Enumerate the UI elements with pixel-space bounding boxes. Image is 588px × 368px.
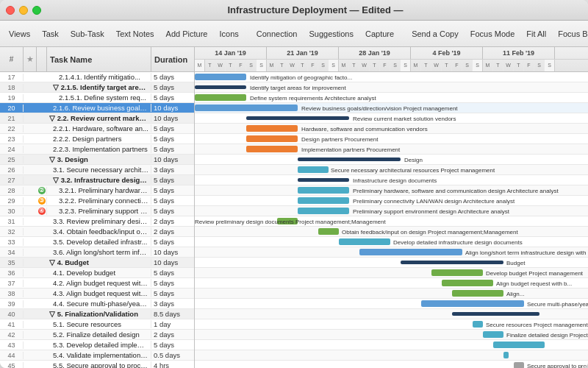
gantt-header: 14 Jan '19 21 Jan '19 28 Jan '19 4 Feb '… [195,47,588,72]
gantt-rows: Identify mitigation of geographic facto.… [195,72,588,368]
task-duration: 5 days [151,186,194,194]
gantt-bar [298,158,401,161]
gantt-bar [339,238,390,245]
toolbar-icons[interactable]: Icons [215,28,243,40]
row-id: 21 [0,115,24,122]
row-id: 28 [0,187,24,194]
gantt-month: 28 Jan '19 [339,47,411,59]
table-row[interactable]: 39 4.4. Secure multi-phase/year fu... 3 … [0,299,194,309]
table-row[interactable]: 33 3.5. Develop detailed infrastr... 5 d… [0,237,194,247]
table-row[interactable]: 32 3.4. Obtain feedback/input on d... 2 … [0,227,194,237]
gantt-day: F [308,60,318,71]
task-name: 5.4. Validate implementation str... [47,351,151,359]
table-row[interactable]: 22 2.2.1. Hardware, software an... 5 day… [0,124,194,134]
task-panel: # ★ Task Name Duration 17 2.1.4.1. Ident… [0,47,195,368]
task-duration: 5 days [151,269,194,277]
table-row[interactable]: 17 2.1.4.1. Identify mitigatio... 5 days [0,72,194,82]
task-name: 3.5. Develop detailed infrastr... [47,238,151,246]
gantt-day: S [257,60,267,71]
table-row[interactable]: 30 ④ 3.2.3. Preliminary support en... 5 … [0,206,194,216]
task-duration: 2 days [151,227,194,236]
gantt-row [195,340,588,350]
task-duration: 5 days [151,207,194,215]
table-row[interactable]: 45 5.5. Secure approval to proceed 4 hrs [0,361,194,368]
task-name: 5.3. Develop detailed implemen... [47,341,151,349]
toolbar-send-copy[interactable]: Send a Copy [407,28,463,40]
gantt-label: Align... [506,291,524,297]
toolbar-subtask[interactable]: Sub-Task [66,28,109,40]
row-id: 25 [0,156,24,163]
gantt-day: S [329,60,339,71]
gantt-label: Align budget request with b... [496,280,572,287]
flag-indicator: ② [38,187,46,194]
task-duration: 3 days [151,300,194,308]
column-headers: # ★ Task Name Duration [0,47,194,72]
table-row[interactable]: 36 4.1. Develop budget 5 days [0,268,194,278]
toolbar-fit-all[interactable]: Fit All [522,28,551,40]
table-row[interactable]: 42 5.2. Finalize detailed design 2 days [0,330,194,340]
task-name: 2.1.6. Review business goals/... [47,104,151,112]
table-row[interactable]: 35 ▽ 4. Budget 10 days [0,258,194,268]
table-row[interactable]: 21 ▽ 2.2. Review current market s... 10 … [0,113,194,124]
toolbar-connection[interactable]: Connection [252,28,302,40]
task-duration: 3 days [151,166,194,174]
table-row[interactable]: 18 ▽ 2.1.5. Identify target areas... 5 d… [0,82,194,93]
gantt-day: M [483,60,493,71]
maximize-button[interactable] [32,6,41,15]
table-row[interactable]: 43 5.3. Develop detailed implemen... 5 d… [0,340,194,350]
gantt-months: 14 Jan '19 21 Jan '19 28 Jan '19 4 Feb '… [195,47,588,60]
task-name: ▽ 3.2. Infrastructure design do... [47,176,151,184]
gantt-day: T [370,60,380,71]
table-row[interactable]: 28 ② 3.2.1. Preliminary hardware,... 5 d… [0,185,194,196]
table-row[interactable]: 24 2.2.3. Implementation partners 5 days [0,144,194,155]
task-name: 3.1. Secure necessary architect... [47,166,151,174]
table-row[interactable]: 41 5.1. Secure resources 1 day [0,319,194,330]
table-row[interactable]: 19 2.1.5.1. Define system req... 5 days [0,93,194,103]
toolbar-focus-branch[interactable]: Focus Branch [553,28,588,40]
table-row[interactable]: 37 4.2. Align budget request with... 5 d… [0,278,194,289]
minimize-button[interactable] [19,6,28,15]
close-button[interactable] [6,6,15,15]
table-row[interactable]: 20 2.1.6. Review business goals/... 10 d… [0,103,194,113]
table-row[interactable]: 31 3.3. Review preliminary design... 2 d… [0,216,194,227]
toolbar-capture[interactable]: Capture [361,28,398,40]
toolbar-focus-mode[interactable]: Focus Mode [466,28,520,40]
gantt-day: T [493,60,503,71]
gantt-row [195,309,588,319]
task-name: 5.5. Secure approval to proceed [47,361,151,368]
flag-indicator: ③ [38,197,46,205]
toolbar-text-notes[interactable]: Text Notes [112,28,159,40]
row-id: 39 [0,300,24,308]
gantt-bar [195,94,246,101]
gantt-day: F [380,60,390,71]
gantt-day: F [524,60,534,71]
toolbar-views[interactable]: Views [4,28,35,40]
table-row[interactable]: 25 ▽ 3. Design 10 days [0,155,194,165]
table-row[interactable]: 44 5.4. Validate implementation str... 0… [0,350,194,361]
task-name: 3.2.2. Preliminary connectivit... [47,197,151,205]
table-row[interactable]: 40 ▽ 5. Finalization/Validation 8.5 days [0,309,194,319]
gantt-row: Hardware, software and communication ven… [195,124,588,134]
gantt-bar [514,362,524,368]
row-id: 17 [0,74,24,81]
task-duration: 5 days [151,197,194,205]
gantt-bar [483,331,503,338]
toolbar-suggestions[interactable]: Suggestions [304,28,358,40]
toolbar-add-picture[interactable]: Add Picture [162,28,212,40]
gantt-body[interactable]: Identify mitigation of geographic facto.… [195,72,588,368]
col-star-header: ★ [24,47,37,71]
toolbar-task[interactable]: Task [37,28,63,40]
window-title: Infrastructure Deployment — Edited — [49,4,582,15]
table-row[interactable]: 23 2.2.2. Design partners 5 days [0,134,194,144]
task-duration: 10 days [151,114,194,122]
table-row[interactable]: 34 3.6. Align long/short term infra... 1… [0,247,194,258]
table-row[interactable]: 38 4.3. Align budget request with... 5 d… [0,289,194,299]
table-row[interactable]: 26 3.1. Secure necessary architect... 3 … [0,165,194,175]
task-list[interactable]: 17 2.1.4.1. Identify mitigatio... 5 days… [0,72,194,368]
gantt-bar [318,228,339,235]
table-row[interactable]: 27 ▽ 3.2. Infrastructure design do... 5 … [0,175,194,185]
table-row[interactable]: 29 ③ 3.2.2. Preliminary connectivit... 5… [0,196,194,206]
gantt-day: T [226,60,236,71]
col-id-header: # [0,47,24,71]
gantt-day: S [401,60,411,71]
